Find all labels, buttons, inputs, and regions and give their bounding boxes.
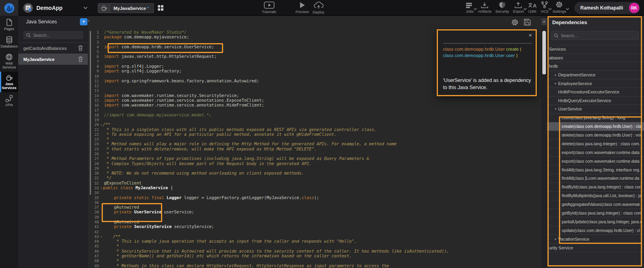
dependency-method-item[interactable]: findByMultipleIds(java.util.List, boolea… [547,192,644,200]
dependency-tree-item[interactable]: HrdbProcedureExecutorService [547,88,644,97]
code-line[interactable]: 20▾/** [88,122,541,127]
chevron-collapsed-icon[interactable]: ▸ [553,82,558,85]
dependency-tree-item[interactable]: Services [547,45,644,54]
service-search-box[interactable] [23,31,83,39]
dependency-tree-item[interactable]: ▸EmployeeService [547,79,644,88]
code-line[interactable]: 26 * [88,151,541,156]
code-line[interactable]: 23 * [88,137,541,141]
chevron-collapsed-icon[interactable]: ▸ [553,237,558,241]
dependency-tree-item[interactable]: ▸DepartmentService [547,71,644,80]
code-line[interactable]: 39 [88,215,541,219]
sidebar-item-databases[interactable]: Databases [0,33,18,51]
security-button[interactable]: Security [493,2,511,13]
code-line[interactable]: 29 * [88,166,541,171]
artifacts-button[interactable]: Artifacts [476,2,493,13]
editor-scrollbar-thumb[interactable] [542,31,546,74]
save-icon[interactable] [524,19,531,26]
code-line[interactable]: 19 [88,117,541,122]
code-line[interactable]: 16import com.wavemaker.runtime.service.a… [88,103,541,107]
dependency-method-item[interactable]: create(class com.demoapp.hrdb.User) : cl… [547,122,644,131]
sidebar-item-apis[interactable]: APIs [0,92,18,109]
code-line[interactable]: 38 private UserService userService; [88,209,541,214]
workspace-grid-icon[interactable] [157,5,164,11]
service-list-item[interactable]: MyJavaService [18,54,88,65]
project-name[interactable]: DemoApp [36,5,63,11]
code-line[interactable]: 36 [88,200,541,205]
vcs-button[interactable]: VCS [539,2,551,13]
code-line[interactable]: 44 * This is sample java operation that … [88,239,541,243]
dependency-tree-item[interactable]: ▸VacationService [547,235,644,243]
dependency-method-item[interactable]: findById(class java.lang.Integer) : clas… [547,183,644,192]
expand-panel-icon[interactable]: » [542,18,547,25]
jobs-button[interactable]: Jobs [464,2,476,13]
avatar[interactable]: RK [629,3,639,13]
trash-icon[interactable] [78,45,83,51]
chevron-expanded-icon[interactable]: ▾ [553,107,558,111]
dependency-method-item[interactable]: export(class com.wavemaker.runtime.data [547,157,644,165]
sidebar-item-java-services[interactable]: JavaServices [0,72,18,92]
code-line[interactable]: 15import com.wavemaker.runtime.service.a… [88,98,541,103]
dependency-method-item[interactable]: partialUpdate(class java.lang.Integer, j… [547,217,644,226]
code-line[interactable]: 24 * Method names will play a major role… [88,141,541,146]
trash-icon[interactable] [78,56,83,62]
chevron-collapsed-icon[interactable]: ▸ [553,73,558,77]
code-line[interactable]: 30 * NOTE: We do not recommend using met… [88,171,541,175]
dependency-tree-item[interactable]: hrdb [547,62,644,71]
dependency-method-item[interactable]: findAll(class java.lang.String, interfac… [547,165,644,174]
code-line[interactable]: 17 [88,108,541,112]
dependency-method-item[interactable]: delete(class java.lang.Integer) : class … [547,139,644,148]
dependency-search-input[interactable] [561,33,636,38]
dependency-tree-item[interactable]: urity Service [547,243,644,252]
tab-myjavaservice[interactable]: MyJavaService * [98,3,154,13]
add-service-button[interactable]: + [80,18,87,25]
export-button[interactable]: Export [511,2,526,13]
editor-settings-gear-icon[interactable] [511,19,519,26]
settings-button[interactable]: Settings [551,2,568,13]
fold-arrow-icon[interactable]: ▾ [100,187,102,190]
dependency-tree-item[interactable]: HrdbQueryExecutorService [547,97,644,105]
code-line[interactable]: 34 [88,190,541,195]
dependency-method-item[interactable]: findAll(class [Lcom.wavemaker.runtime.da [547,174,644,183]
code-line[interactable]: 35 private static final Logger logger = … [88,195,541,200]
dependency-method-item[interactable]: count(class java.lang.String) : long [547,114,644,122]
dependency-method-item[interactable]: export(class com.wavemaker.runtime.data [547,148,644,157]
code-line[interactable]: 37 @Autowired [88,205,541,209]
code-line[interactable]: 32@ExposeToClient [88,181,541,185]
code-line[interactable]: 43▾ /** [88,234,541,239]
fold-arrow-icon[interactable]: ▾ [100,124,102,127]
dependency-search-box[interactable] [551,31,639,40]
code-line[interactable]: 28 * Complex Types/Objects will become p… [88,161,541,166]
code-line[interactable]: 41 private SecurityService securityServi… [88,224,541,229]
code-line[interactable]: 49 * Methods in this class can declare H… [88,263,541,268]
fold-arrow-icon[interactable]: ▾ [100,236,102,239]
code-line[interactable]: 22 * To avoid exposing an API for a part… [88,132,541,137]
chevron-down-icon[interactable] [83,6,88,10]
dependency-method-item[interactable]: getById(class java.lang.Integer) : class… [547,209,644,218]
tutorials-button[interactable]: Tutorials [258,2,280,14]
code-line[interactable]: 25 * that starts with delete/remove, wil… [88,146,541,151]
dependency-tree-item[interactable]: abases [547,54,644,63]
code-line[interactable]: 18//import com.demoapp.myjavaservice.mod… [88,112,541,117]
sidebar-item-pages[interactable]: Pages [0,16,18,33]
dependency-tree-item[interactable]: ▾UserService [547,105,644,114]
collapse-panel-icon[interactable]: ‹ [88,18,89,23]
code-line[interactable]: 33▾public class MyJavaService { [88,185,541,190]
code-line[interactable]: 46 * SecurityService that is Autowired w… [88,249,541,253]
service-list-item[interactable]: getCardsAndBalances [18,43,88,54]
code-line[interactable]: 47 * getUserName() and getUserId() etc w… [88,253,541,258]
dependency-method-item[interactable]: update(class com.demoapp.hrdb.User) : cl [547,226,644,235]
close-icon[interactable]: × [528,32,532,38]
i18n-button[interactable]: AI18N [526,2,539,13]
service-search-input[interactable] [33,33,81,38]
code-line[interactable]: 48 * [88,258,541,263]
user-menu[interactable]: Ramesh Kothapalli RK [574,2,640,14]
dependency-method-item[interactable]: delete(class com.demoapp.hrdb.User) : vo… [547,131,644,140]
code-line[interactable]: 27 * Method Parameters of type primitive… [88,156,541,161]
code-line[interactable]: 21 * This is a singleton class with all … [88,127,541,132]
code-line[interactable]: 45 * [88,243,541,248]
code-line[interactable]: 40 @Autowired [88,219,541,224]
code-line[interactable]: 42 [88,229,541,234]
wavemaker-logo[interactable] [0,0,18,16]
deploy-button[interactable]: Deploy [307,2,330,14]
dependency-method-item[interactable]: getAggregatedValues(class com.wavemak [547,200,644,209]
